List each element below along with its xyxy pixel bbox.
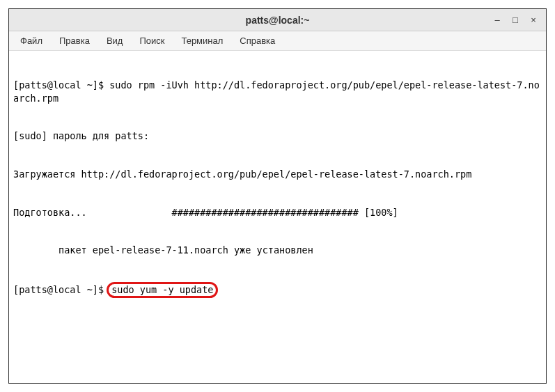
highlighted-command: sudo yum -y update	[107, 282, 218, 299]
terminal-line: [sudo] пароль для patts:	[13, 130, 542, 142]
minimize-button[interactable]: –	[489, 13, 506, 27]
maximize-button[interactable]: □	[507, 13, 524, 27]
menu-search[interactable]: Поиск	[132, 33, 171, 49]
terminal-line: пакет epel-release-7-11.noarch уже устан…	[13, 244, 542, 256]
terminal-line: [patts@local ~]$ sudo rpm -iUvh http://d…	[13, 79, 542, 104]
window-controls: – □ ×	[489, 13, 542, 27]
terminal-line: Загружается http://dl.fedoraproject.org/…	[13, 168, 542, 180]
menu-view[interactable]: Вид	[100, 33, 130, 49]
menu-edit[interactable]: Правка	[52, 33, 97, 49]
close-button[interactable]: ×	[525, 13, 542, 27]
terminal-line: Подготовка... ##########################…	[13, 206, 542, 219]
terminal-output[interactable]: [patts@local ~]$ sudo rpm -iUvh http://d…	[9, 51, 546, 383]
terminal-prompt-line: [patts@local ~]$ sudo yum -y update	[13, 282, 542, 299]
titlebar: patts@local:~ – □ ×	[9, 9, 546, 31]
terminal-prompt: [patts@local ~]$	[13, 284, 109, 295]
terminal-window: patts@local:~ – □ × Файл Правка Вид Поис…	[8, 8, 547, 384]
menu-terminal[interactable]: Терминал	[174, 33, 230, 49]
window-title: patts@local:~	[246, 15, 310, 26]
menu-file[interactable]: Файл	[13, 33, 49, 49]
menu-help[interactable]: Справка	[233, 33, 282, 49]
menubar: Файл Правка Вид Поиск Терминал Справка	[9, 31, 546, 51]
